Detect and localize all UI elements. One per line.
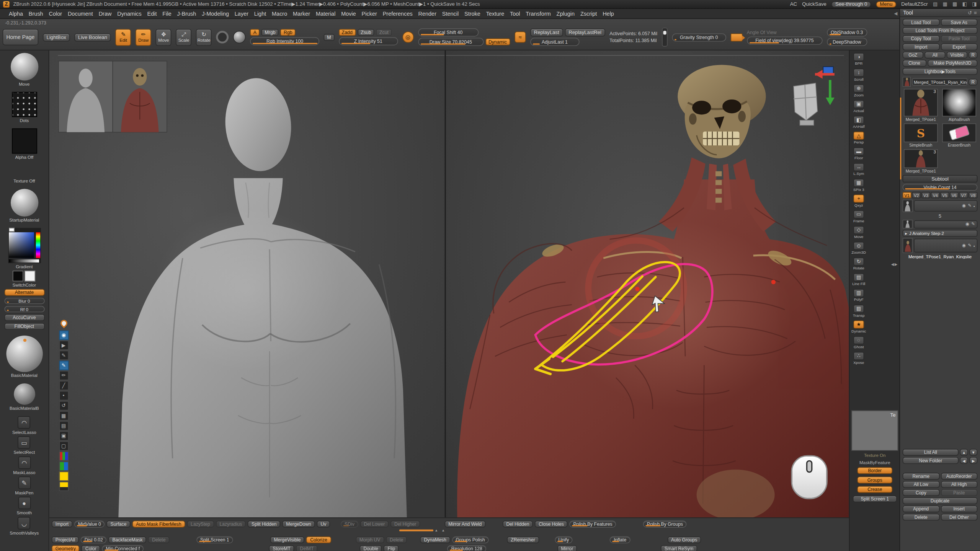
bottom-button[interactable]: Inflate — [610, 536, 630, 543]
right-shelf-button[interactable]: + Qxyz — [850, 194, 867, 207]
dynamic-draw-size-toggle[interactable]: Dynamic — [485, 38, 510, 45]
document-thumbnail-gray[interactable] — [59, 61, 113, 132]
menu-item[interactable]: Render — [416, 10, 439, 18]
lightbox-button[interactable]: LightBox — [43, 33, 70, 41]
shelf-item-basic-material-b[interactable]: BasicMaterialB — [10, 383, 39, 411]
tray-divider-handle-icon[interactable]: ◀▶ — [891, 262, 898, 266]
subtool-paint-icon[interactable]: ✎ — [968, 243, 972, 248]
menu-item[interactable]: J-Brush — [175, 10, 199, 18]
mask-by-feature-button[interactable]: MaskByFeature — [859, 460, 890, 465]
zcut-button[interactable]: Zcut — [376, 29, 392, 36]
import-button[interactable]: Import — [903, 44, 939, 51]
window-layout-icon-5[interactable]: ◨ — [972, 1, 977, 7]
bottom-button[interactable]: MergeDown — [282, 520, 315, 527]
subtool-visibility-icon[interactable]: ◉ — [962, 243, 966, 248]
shelf-item-mask-pen[interactable]: ✎ MaskPen — [15, 476, 33, 495]
clone-button[interactable]: Clone — [903, 60, 926, 67]
current-tool-row[interactable]: Merged_TPose1_Ryan_Kingsli R — [903, 77, 978, 87]
obj-shadow-slider[interactable]: ObjShadow 0.3 — [827, 28, 867, 36]
goz-visible-button[interactable]: Visible — [947, 52, 967, 59]
folder-right-icon[interactable]: ▶ — [969, 457, 977, 464]
menu-item[interactable]: Color — [46, 10, 65, 18]
palette-icon[interactable]: ▶ — [59, 341, 69, 350]
palette-icon[interactable]: ✏ — [59, 371, 69, 380]
rotate-mode-button[interactable]: ↻ Rotate — [196, 29, 212, 46]
palette-scroll-indicator[interactable] — [900, 98, 901, 179]
split-screen-button[interactable]: Split Screen 1 — [853, 496, 897, 502]
right-shelf-button[interactable]: ◌ Ghost — [850, 336, 867, 349]
window-layout-icon-1[interactable]: ▤ — [933, 1, 938, 7]
bottom-button[interactable]: Close Holes — [535, 520, 567, 527]
bottom-button[interactable]: Surface — [107, 520, 131, 527]
shelf-item-basic-material[interactable]: BasicMaterial — [6, 336, 42, 378]
paste-tool-button[interactable]: Paste Tool — [941, 35, 977, 42]
right-shelf-button[interactable]: ▤ Line Fill — [850, 273, 867, 286]
paste-subtool-button[interactable]: Paste — [941, 489, 977, 496]
bottom-button[interactable]: Split Hidden — [248, 520, 280, 527]
material-sphere-preview[interactable] — [233, 31, 246, 44]
tool-palette-header[interactable]: Tool ↺ ≡ — [900, 9, 980, 17]
home-page-button[interactable]: Home Page — [3, 29, 39, 46]
menu-item[interactable]: Transform — [523, 10, 554, 18]
palette-menu-icon[interactable]: ≡ — [974, 10, 977, 16]
shelf-item-material[interactable]: StartupMaterial — [9, 189, 39, 222]
palette-icon[interactable]: • — [59, 391, 69, 401]
menu-item[interactable]: Movie — [339, 10, 359, 18]
alternate-button[interactable]: Alternate — [4, 289, 44, 296]
bottom-button[interactable]: ZRemesher — [507, 536, 539, 543]
quickpick-eraserbrush[interactable]: EraserBrush — [941, 123, 977, 147]
bottom-button[interactable]: Del Higher — [390, 520, 420, 527]
goz-all-button[interactable]: All — [924, 52, 945, 59]
subtool-version-tab[interactable]: V7 — [959, 192, 968, 198]
current-tool-r-button[interactable]: R — [969, 78, 977, 85]
new-folder-button[interactable]: New Folder — [903, 457, 959, 464]
bottom-button[interactable]: Auto Mask FiberMesh — [132, 520, 185, 527]
border-button[interactable]: Border — [857, 467, 892, 474]
material-ring-preview[interactable] — [216, 31, 229, 44]
shelf-item-fillobject[interactable]: FillObject — [4, 323, 44, 330]
bottom-slider-indicator[interactable] — [399, 530, 433, 531]
delete-subtool-button[interactable]: Delete — [903, 514, 939, 521]
quickpick-current-tool[interactable]: 3 Merged_TPose1 — [903, 89, 939, 122]
rgb-intensity-slider[interactable]: Rgb Intensity 100 — [250, 37, 320, 45]
palette-icon[interactable]: ✎ — [59, 361, 69, 370]
menu-item[interactable]: Picker — [359, 10, 379, 18]
palette-icon[interactable]: ▦ — [59, 411, 69, 421]
window-layout-icon-3[interactable]: ▩ — [952, 1, 957, 7]
load-tool-button[interactable]: Load Tool — [903, 19, 939, 26]
draw-mode-button[interactable]: ✏ Draw — [136, 29, 151, 46]
right-shelf-button[interactable]: ★ Dynamic — [850, 320, 867, 333]
value-bar[interactable] — [8, 259, 39, 262]
shelf-item-color-picker[interactable]: Gradient — [8, 228, 41, 269]
shelf-item-blur[interactable]: Blur 0 — [4, 298, 44, 304]
right-shelf-button[interactable]: ◧ AAHalf — [850, 116, 867, 129]
menu-item[interactable]: Edit — [145, 10, 159, 18]
groups-button[interactable]: Groups — [857, 476, 892, 483]
scale-mode-button[interactable]: ⤢ Scale — [176, 29, 192, 46]
bottom-button[interactable]: Auto Groups — [667, 536, 701, 543]
menu-item[interactable]: Zplugin — [554, 10, 577, 18]
bottom-button[interactable]: Unify — [555, 536, 573, 543]
menu-item[interactable]: Zscript — [578, 10, 599, 18]
right-shelf-button[interactable]: ▨ Transp — [850, 305, 867, 317]
bottom-button[interactable]: Morph UV — [356, 536, 384, 543]
menu-item[interactable]: Texture — [483, 10, 507, 18]
draw-size-dial-icon[interactable]: ◎ — [402, 31, 414, 43]
subtool-version-tab[interactable]: V3 — [921, 192, 930, 198]
subtool-up-icon[interactable]: ▲ — [960, 449, 968, 456]
visible-count-slider[interactable]: Visible Count 14 — [903, 184, 978, 191]
rf-slider[interactable]: Rf 0 — [4, 306, 44, 312]
palette-icon[interactable]: ▣ — [59, 431, 69, 441]
menu-item[interactable]: J-Modeling — [199, 10, 232, 18]
bottom-button[interactable]: Uv — [317, 520, 330, 527]
bottom-button[interactable]: Del Hidden — [503, 520, 533, 527]
bottom-button[interactable]: DelMT — [296, 545, 318, 551]
shelf-item-rf[interactable]: Rf 0 — [4, 306, 44, 312]
menu-item[interactable]: Macro — [269, 10, 289, 18]
bottom-button[interactable]: Double — [360, 545, 382, 551]
window-layout-icon-2[interactable]: ▦ — [943, 1, 947, 7]
focal-shift-slider[interactable]: Focal Shift 40 — [418, 28, 479, 36]
bottom-button[interactable]: Split Screen 1 — [196, 536, 233, 543]
document-canvas[interactable]: ◉ ▶ ✎ ✎ ✏ ╱ • ↺ ▦ ▤ ▣ ▢ — [49, 51, 849, 518]
menu-item[interactable]: Light — [252, 10, 269, 18]
